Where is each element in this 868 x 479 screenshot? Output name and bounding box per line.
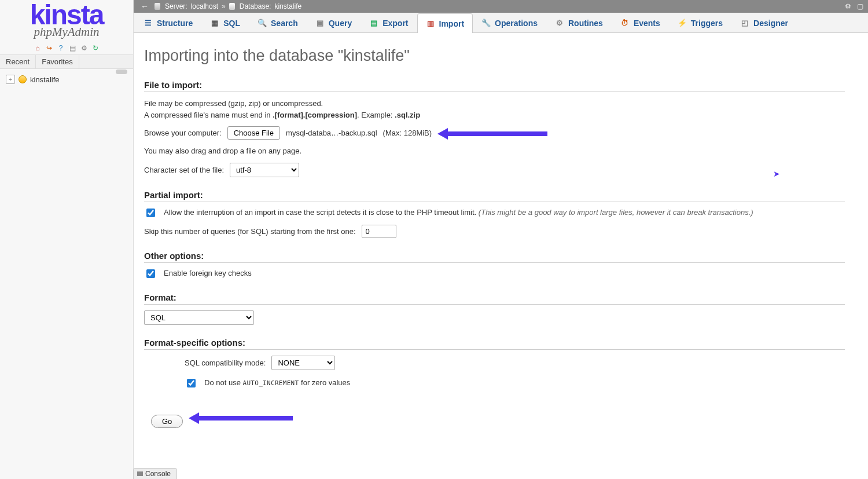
recent-tab[interactable]: Recent <box>0 55 36 68</box>
exit-icon[interactable]: ↪ <box>45 44 53 52</box>
main-panel: ← Server: localhost » Database: kinstali… <box>134 0 868 479</box>
sidebar-collapse-handle[interactable] <box>116 70 127 74</box>
max-size-hint: (Max: 128MiB) <box>383 129 432 137</box>
breadcrumb-server-value[interactable]: localhost <box>191 2 218 10</box>
sidebar-mini-icons: ⌂ ↪ ? ▤ ⚙ ↻ <box>34 44 100 52</box>
file-hint-2b: .[format].[compression] <box>273 111 357 119</box>
export-icon: ▤ <box>369 19 378 28</box>
top-tabs: ☰Structure ▦SQL 🔍Search ▣Query ▤Export ▥… <box>134 13 868 33</box>
designer-icon: ◰ <box>740 19 749 28</box>
tab-import[interactable]: ▥Import <box>417 13 473 33</box>
go-row: Go <box>144 404 845 432</box>
noai-code: auto_increment <box>243 379 299 387</box>
enable-fk-checkbox[interactable] <box>146 269 155 278</box>
compat-select[interactable]: NONE <box>271 356 335 370</box>
section-format-heading: Format: <box>144 292 845 305</box>
tab-query[interactable]: ▣Query <box>307 13 361 32</box>
section-other-heading: Other options: <box>144 251 845 263</box>
file-hint-1: File may be compressed (gzip, zip) or un… <box>144 98 845 109</box>
database-icon <box>19 75 27 83</box>
breadcrumb: ← Server: localhost » Database: kinstali… <box>134 0 868 13</box>
breadcrumb-separator: » <box>222 2 226 10</box>
database-icon <box>229 3 235 10</box>
tab-label: Triggers <box>691 19 723 28</box>
no-auto-increment-checkbox[interactable] <box>187 379 196 387</box>
charset-select[interactable]: utf-8 <box>230 163 299 177</box>
format-select[interactable]: SQL <box>144 310 254 325</box>
tab-label: Query <box>329 19 352 28</box>
tab-routines[interactable]: ⚙Routines <box>546 13 612 32</box>
import-icon: ▥ <box>426 19 435 28</box>
noai-text-a: Do not use <box>204 378 243 387</box>
charset-label: Character set of the file: <box>144 166 224 174</box>
tab-label: Structure <box>157 19 193 28</box>
tab-sql[interactable]: ▦SQL <box>201 13 249 32</box>
file-hint-2a: A compressed file's name must end in <box>144 111 273 119</box>
breadcrumb-db-value[interactable]: kinstalife <box>274 2 301 10</box>
fso-body: SQL compatibility mode: NONE Do not use … <box>144 356 845 389</box>
console-tab[interactable]: Console <box>133 468 177 479</box>
file-hint-2c: . Example: <box>357 111 395 119</box>
go-button[interactable]: Go <box>151 415 183 428</box>
allow-interruption-row: Allow the interruption of an import in c… <box>144 208 845 219</box>
browse-label: Browse your computer: <box>144 129 222 137</box>
gear-icon[interactable]: ⚙ <box>845 2 851 10</box>
overlap-icon[interactable]: ▢ <box>857 2 863 10</box>
allow-interruption-checkbox[interactable] <box>146 209 155 217</box>
tab-events[interactable]: ⏱Events <box>612 13 669 32</box>
logo-block: kinsta phpMyAdmin <box>0 0 133 39</box>
console-icon <box>137 471 143 476</box>
home-icon[interactable]: ⌂ <box>34 44 42 52</box>
skip-input[interactable] <box>362 225 396 238</box>
tab-label: Import <box>439 19 465 28</box>
file-hint-2: A compressed file's name must end in .[f… <box>144 109 845 121</box>
compat-label: SQL compatibility mode: <box>185 359 266 367</box>
tab-operations[interactable]: 🔧Operations <box>473 13 546 32</box>
noai-text-b: for zero values <box>299 378 350 387</box>
annotation-arrow-1 <box>437 130 547 137</box>
database-tree-item[interactable]: + kinstalife <box>0 72 133 86</box>
skip-row: Skip this number of queries (for SQL) st… <box>144 225 845 238</box>
annotation-arrow-2 <box>189 414 293 421</box>
breadcrumb-db-label: Database: <box>240 2 271 10</box>
allow-interruption-label: Allow the interruption of an import in c… <box>164 208 753 217</box>
allow-interruption-note: (This might be a good way to import larg… <box>479 208 753 217</box>
tab-triggers[interactable]: ⚡Triggers <box>669 13 731 32</box>
compat-row: SQL compatibility mode: NONE <box>185 356 845 370</box>
search-icon: 🔍 <box>258 19 267 28</box>
browse-row: Browse your computer: Choose File mysql-… <box>144 126 845 140</box>
settings-icon[interactable]: ⚙ <box>80 44 88 52</box>
database-tree: + kinstalife <box>0 69 133 86</box>
database-name: kinstalife <box>30 75 60 84</box>
tab-label: Search <box>271 19 298 28</box>
breadcrumb-back-icon[interactable]: ← <box>138 2 151 11</box>
content: Importing into the database "kinstalife"… <box>134 33 868 479</box>
sql-icon: ▦ <box>210 19 219 28</box>
query-icon: ▣ <box>315 19 325 28</box>
tab-label: Designer <box>753 19 788 28</box>
server-icon <box>155 3 160 10</box>
docs-icon[interactable]: ▤ <box>68 44 76 52</box>
help-icon[interactable]: ? <box>57 44 65 52</box>
page-title: Importing into the database "kinstalife" <box>144 47 845 65</box>
tab-designer[interactable]: ◰Designer <box>731 13 797 32</box>
section-file-heading: File to import: <box>144 80 845 92</box>
operations-icon: 🔧 <box>481 19 491 28</box>
events-icon: ⏱ <box>620 19 630 28</box>
structure-icon: ☰ <box>144 19 153 28</box>
tab-export[interactable]: ▤Export <box>361 13 417 32</box>
chosen-filename: mysql-databa…-backup.sql <box>286 129 377 137</box>
console-label: Console <box>145 470 171 478</box>
reload-icon[interactable]: ↻ <box>91 44 100 52</box>
noai-row: Do not use auto_increment for zero value… <box>185 378 845 389</box>
tab-label: Operations <box>495 19 538 28</box>
breadcrumb-server-label: Server: <box>165 2 187 10</box>
file-hint-2d: .sql.zip <box>395 111 420 119</box>
charset-row: Character set of the file: utf-8 <box>144 163 845 177</box>
choose-file-button[interactable]: Choose File <box>227 126 280 140</box>
tab-search[interactable]: 🔍Search <box>249 13 307 32</box>
tree-expand-icon[interactable]: + <box>6 75 15 84</box>
favorites-tab[interactable]: Favorites <box>36 55 79 68</box>
tab-structure[interactable]: ☰Structure <box>135 13 201 32</box>
tab-label: Routines <box>568 19 603 28</box>
